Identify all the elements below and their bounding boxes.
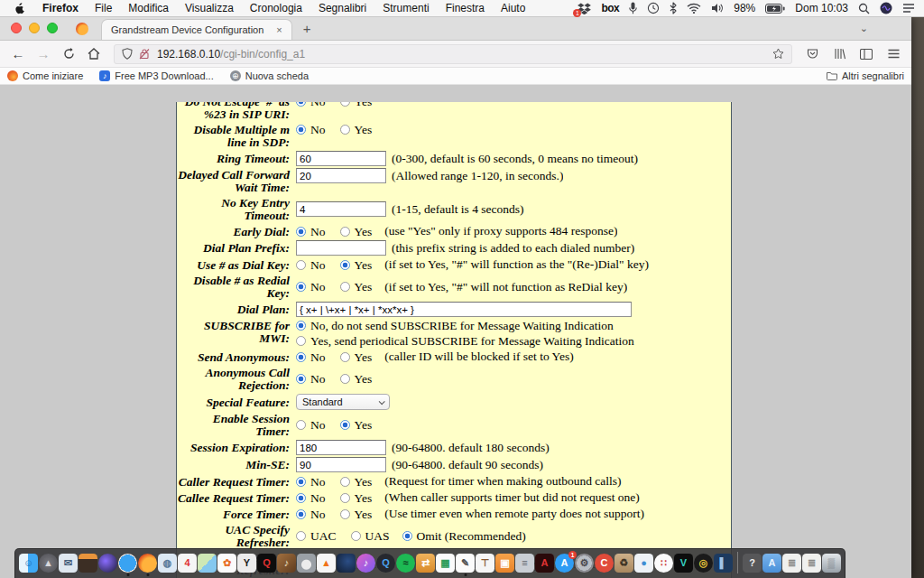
minimize-window-button[interactable] (29, 23, 40, 33)
radio-option[interactable]: No (296, 102, 326, 108)
radio-option[interactable]: Yes (340, 418, 373, 432)
select-dropdown[interactable]: Standard (296, 394, 390, 410)
radio-button[interactable] (296, 125, 306, 135)
dock-icon-documents-stack[interactable]: ≣ (802, 554, 821, 573)
menu-item-modifica[interactable]: Modifica (120, 2, 177, 14)
dock-icon-colored-dots-app[interactable]: ∷ (654, 554, 673, 573)
menu-item-strumenti[interactable]: Strumenti (374, 2, 437, 14)
dropbox-icon[interactable]: 1 (578, 3, 591, 14)
dock-icon-help[interactable]: ? (743, 554, 762, 573)
tab-grandstream[interactable]: Grandstream Device Configuration × (101, 19, 292, 40)
dock-icon-numbers-chart-app[interactable]: ▦ (436, 554, 455, 573)
dock-icon-keynote[interactable]: ⊤ (476, 554, 494, 573)
url-bar[interactable]: 192.168.0.10/cgi-bin/config_a1 (114, 44, 792, 64)
dock-icon-notes[interactable] (79, 554, 97, 573)
new-tab-button[interactable]: + (292, 21, 322, 40)
radio-button[interactable] (296, 336, 306, 346)
radio-button[interactable] (340, 493, 350, 503)
bookmark-item[interactable]: ♪Free MP3 Download... (99, 70, 213, 81)
radio-button[interactable] (296, 321, 306, 331)
dock-icon-calendar[interactable]: 4 (178, 554, 197, 573)
dock-icon-file-transfer-app[interactable]: ⇄ (416, 554, 435, 573)
radio-button[interactable] (296, 352, 306, 362)
menu-item-finestra[interactable]: Finestra (438, 2, 493, 14)
radio-button[interactable] (340, 352, 350, 362)
radio-option[interactable]: Yes (340, 350, 373, 364)
radio-option[interactable]: No (296, 475, 326, 489)
dock-icon-cleaner-bag-app[interactable]: ♻ (614, 554, 633, 573)
radio-button[interactable] (340, 102, 350, 107)
radio-option[interactable]: UAS (351, 529, 390, 543)
radio-option[interactable]: Omit (Recommended) (402, 529, 526, 543)
radio-button[interactable] (296, 477, 306, 487)
tab-close-icon[interactable]: × (276, 24, 282, 35)
text-input[interactable] (296, 201, 386, 217)
radio-button[interactable] (340, 125, 350, 135)
tracking-shield-icon[interactable] (122, 48, 133, 60)
menu-item-firefox[interactable]: Firefox (34, 2, 87, 14)
dock-icon-dark-blue-app[interactable] (337, 554, 356, 573)
home-button[interactable] (83, 43, 105, 65)
radio-option[interactable]: No (296, 418, 326, 432)
volume-icon[interactable] (711, 3, 724, 14)
dock-icon-adobe-acrobat[interactable]: A (535, 554, 554, 573)
dock-icon-itunes[interactable]: ♪ (356, 554, 375, 573)
dock-icon-app-store[interactable]: A1 (555, 554, 574, 573)
dock-icon-applications-folder[interactable]: A (762, 554, 781, 573)
dock-icon-scanner-app[interactable]: ≡ (515, 554, 534, 573)
radio-option[interactable]: Yes (340, 123, 373, 136)
tab-list-chevron-icon[interactable]: ⌄ (860, 23, 868, 34)
radio-button[interactable] (351, 531, 361, 541)
radio-button[interactable] (340, 420, 350, 430)
insecure-lock-icon[interactable] (139, 48, 150, 60)
dock-icon-books[interactable]: ▣ (495, 554, 514, 573)
radio-option[interactable]: Yes (340, 258, 373, 272)
bookmark-star-icon[interactable] (772, 48, 784, 60)
radio-button[interactable] (340, 477, 350, 487)
sidebar-toggle-icon[interactable] (855, 43, 877, 65)
zoom-window-button[interactable] (47, 23, 58, 33)
dock-icon-launchpad[interactable]: ▲ (39, 554, 58, 573)
close-window-button[interactable] (11, 23, 22, 33)
dock-icon-garageband[interactable]: ♪ (277, 554, 296, 573)
radio-option[interactable]: Yes (340, 102, 373, 108)
other-bookmarks[interactable]: Altri segnalibri (827, 70, 904, 81)
dock-icon-quicktime[interactable]: Q (376, 554, 395, 573)
dock-icon-finder[interactable]: ☺ (19, 554, 38, 573)
radio-button[interactable] (402, 531, 412, 541)
dock-icon-coin-app[interactable]: ◎ (694, 554, 713, 573)
back-button[interactable]: ← (7, 43, 29, 65)
radio-button[interactable] (340, 509, 350, 519)
box-menu-icon[interactable]: box (601, 2, 619, 14)
text-input[interactable] (296, 457, 386, 472)
radio-button[interactable] (296, 493, 306, 503)
bookmark-item[interactable]: ⊕Nuova scheda (230, 70, 309, 81)
microphone-icon[interactable] (629, 2, 637, 14)
radio-option[interactable]: No (296, 280, 326, 294)
wifi-icon[interactable] (687, 3, 701, 14)
radio-option[interactable]: Yes (340, 475, 373, 489)
menu-item-cronologia[interactable]: Cronologia (242, 2, 310, 14)
reload-button[interactable] (58, 43, 79, 65)
radio-option[interactable]: No (296, 258, 326, 272)
dock-icon-gauge-app[interactable] (297, 554, 316, 573)
radio-option[interactable]: Yes, send periodical SUBSCRIBE for Messa… (296, 334, 634, 348)
dock-icon-qmidi[interactable]: Q (257, 554, 276, 573)
radio-option[interactable]: No (296, 123, 326, 136)
radio-button[interactable] (296, 102, 306, 107)
radio-option[interactable]: No (296, 372, 326, 386)
radio-button[interactable] (296, 531, 306, 541)
dock-icon-maps[interactable] (198, 554, 217, 573)
apple-menu-icon[interactable] (14, 2, 25, 14)
time-machine-icon[interactable] (647, 2, 660, 14)
dock-icon-preview[interactable]: ◍ (158, 554, 177, 573)
dock-icon-spotify[interactable]: ≈ (396, 554, 415, 573)
radio-button[interactable] (296, 260, 306, 270)
text-input[interactable] (296, 302, 632, 317)
radio-option[interactable]: UAC (296, 529, 337, 543)
radio-option[interactable]: Yes (340, 372, 373, 386)
dock-icon-photos[interactable]: ✿ (217, 554, 236, 573)
dock-icon-scale-app[interactable]: ● (634, 554, 653, 573)
text-input[interactable] (296, 151, 386, 166)
dock-icon-downloads-stack[interactable]: ≣ (782, 554, 801, 573)
